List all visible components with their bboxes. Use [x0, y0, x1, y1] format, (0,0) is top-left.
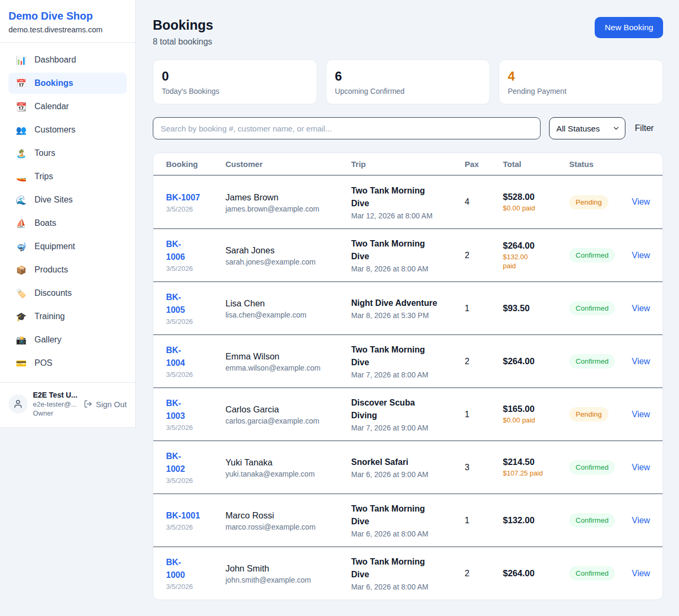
trip-name: Two Tank Morning Dive — [351, 556, 465, 581]
trip-datetime: Mar 6, 2026 at 9:00 AM — [351, 470, 465, 479]
booking-id-link[interactable]: BK-1007 — [166, 191, 200, 204]
booking-id-link[interactable]: BK-1001 — [166, 509, 200, 522]
status-select[interactable]: All Statuses — [549, 117, 625, 139]
view-link[interactable]: View — [632, 463, 650, 472]
sidebar-nav: 📊 Dashboard 📅 Bookings 📆 Calendar 👥 Cust… — [0, 43, 135, 379]
main-content: Bookings 8 total bookings New Booking 0 … — [136, 0, 679, 616]
table-header: Booking Customer Trip Pax Total Status — [153, 153, 663, 175]
trip-cell: Two Tank Morning Dive Mar 12, 2026 at 8:… — [351, 184, 465, 220]
search-input[interactable] — [153, 117, 541, 139]
page-subtitle: 8 total bookings — [153, 37, 213, 47]
trip-datetime: Mar 6, 2026 at 8:00 AM — [351, 583, 465, 591]
sidebar-item-gallery[interactable]: 📸 Gallery — [8, 329, 127, 350]
stat-value: 0 — [162, 68, 308, 84]
sidebar-item-boats[interactable]: ⛵ Boats — [8, 213, 127, 234]
view-link[interactable]: View — [632, 569, 650, 578]
total-cell: $264.00 $132.00 paid — [503, 241, 569, 270]
sidebar-item-trips[interactable]: 🚤 Trips — [8, 166, 127, 187]
new-booking-button[interactable]: New Booking — [595, 17, 663, 38]
view-link[interactable]: View — [632, 197, 650, 206]
status-cell: Pending — [569, 195, 632, 209]
total-cell: $264.00 — [503, 568, 569, 578]
sidebar-item-training[interactable]: 🎓 Training — [8, 306, 127, 327]
sidebar-item-label: Customers — [34, 125, 75, 135]
shop-domain: demo.test.divestreams.com — [8, 25, 127, 34]
trip-datetime: Mar 7, 2026 at 8:00 AM — [351, 371, 465, 379]
booking-date: 3/5/2026 — [166, 583, 225, 591]
trip-datetime: Mar 7, 2026 at 9:00 AM — [351, 424, 465, 432]
paid-note: $107.25 paid — [503, 469, 569, 478]
table-row: BK- 1000 3/5/2026 John Smith john.smith@… — [153, 547, 663, 600]
customer-email: yuki.tanaka@example.com — [225, 470, 351, 478]
view-link[interactable]: View — [632, 410, 650, 419]
booking-id-link[interactable]: BK- 1006 — [166, 238, 185, 263]
sidebar-item-calendar[interactable]: 📆 Calendar — [8, 96, 127, 117]
actions-cell: View — [632, 516, 650, 525]
booking-id-link[interactable]: BK- 1003 — [166, 397, 185, 423]
sidebar-item-discounts[interactable]: 🏷️ Discounts — [8, 283, 127, 304]
total-amount: $264.00 — [503, 241, 569, 251]
view-link[interactable]: View — [632, 357, 650, 366]
status-badge: Confirmed — [569, 301, 615, 315]
total-amount: $264.00 — [503, 568, 569, 578]
booking-id-link[interactable]: BK- 1000 — [166, 556, 185, 582]
booking-id-link[interactable]: BK- 1005 — [166, 291, 185, 316]
sidebar-item-equipment[interactable]: 🤿 Equipment — [8, 236, 127, 257]
sidebar-item-label: Dashboard — [34, 55, 76, 65]
total-amount: $165.00 — [503, 404, 569, 414]
table-row: BK- 1005 3/5/2026 Lisa Chen lisa.chen@ex… — [153, 281, 663, 335]
column-header-trip: Trip — [351, 160, 465, 169]
user-name: E2E Test U... — [33, 390, 79, 400]
booking-id-link[interactable]: BK- 1002 — [166, 450, 185, 476]
paid-note: $0.00 paid — [503, 204, 569, 213]
trip-name: Two Tank Morning Dive — [351, 184, 465, 210]
customer-email: sarah.jones@example.com — [225, 258, 351, 266]
sidebar-item-tours[interactable]: 🏝️ Tours — [8, 143, 127, 164]
sidebar-item-label: Bookings — [34, 78, 73, 88]
discounts-icon: 🏷️ — [16, 288, 27, 298]
sidebar-item-dive-sites[interactable]: 🌊 Dive Sites — [8, 189, 127, 210]
total-cell: $528.00 $0.00 paid — [503, 192, 569, 213]
trips-icon: 🚤 — [16, 172, 27, 182]
total-amount: $214.50 — [503, 457, 569, 467]
total-amount: $93.50 — [503, 303, 569, 313]
sidebar-item-dashboard[interactable]: 📊 Dashboard — [8, 49, 127, 71]
filter-button[interactable]: Filter — [634, 124, 664, 133]
customer-email: carlos.garcia@example.com — [225, 417, 351, 425]
customer-email: john.smith@example.com — [225, 576, 351, 584]
sidebar-item-label: Gallery — [34, 335, 62, 345]
sidebar-item-products[interactable]: 📦 Products — [8, 259, 127, 280]
page-title: Bookings — [153, 17, 213, 33]
sign-out-icon — [84, 400, 92, 408]
view-link[interactable]: View — [632, 516, 650, 525]
dive-sites-icon: 🌊 — [16, 195, 27, 205]
sidebar-item-label: Training — [34, 312, 65, 321]
sidebar-item-bookings[interactable]: 📅 Bookings — [8, 73, 127, 94]
booking-id-link[interactable]: BK- 1004 — [166, 344, 185, 369]
sidebar-item-customers[interactable]: 👥 Customers — [8, 119, 127, 140]
actions-cell: View — [632, 357, 650, 366]
bookings-table: Booking Customer Trip Pax Total Status B… — [153, 153, 663, 600]
sign-out-button[interactable]: Sign Out — [84, 400, 127, 409]
trip-datetime: Mar 8, 2026 at 8:00 AM — [351, 265, 465, 273]
table-row: BK- 1002 3/5/2026 Yuki Tanaka yuki.tanak… — [153, 441, 663, 494]
sidebar-item-label: Equipment — [34, 242, 75, 251]
customer-name: Carlos Garcia — [225, 403, 351, 415]
stat-card: 6 Upcoming Confirmed — [326, 59, 490, 104]
pax-value: 2 — [465, 357, 503, 366]
trip-cell: Two Tank Morning Dive Mar 6, 2026 at 8:0… — [351, 556, 465, 591]
status-badge: Pending — [569, 407, 608, 421]
customer-name: John Smith — [225, 562, 351, 574]
view-link[interactable]: View — [632, 304, 650, 313]
trip-cell: Two Tank Morning Dive Mar 6, 2026 at 8:0… — [351, 503, 465, 538]
customer-email: emma.wilson@example.com — [225, 364, 351, 372]
sidebar-item-pos[interactable]: 💳 POS — [8, 353, 127, 374]
stat-value: 6 — [335, 68, 481, 84]
booking-cell: BK- 1000 3/5/2026 — [166, 556, 225, 591]
trip-datetime: Mar 6, 2026 at 8:00 AM — [351, 530, 465, 538]
page-title-block: Bookings 8 total bookings — [153, 17, 213, 47]
view-link[interactable]: View — [632, 251, 650, 260]
status-cell: Confirmed — [569, 513, 632, 527]
pax-value: 4 — [465, 197, 503, 207]
trip-name: Night Dive Adventure — [351, 297, 465, 310]
